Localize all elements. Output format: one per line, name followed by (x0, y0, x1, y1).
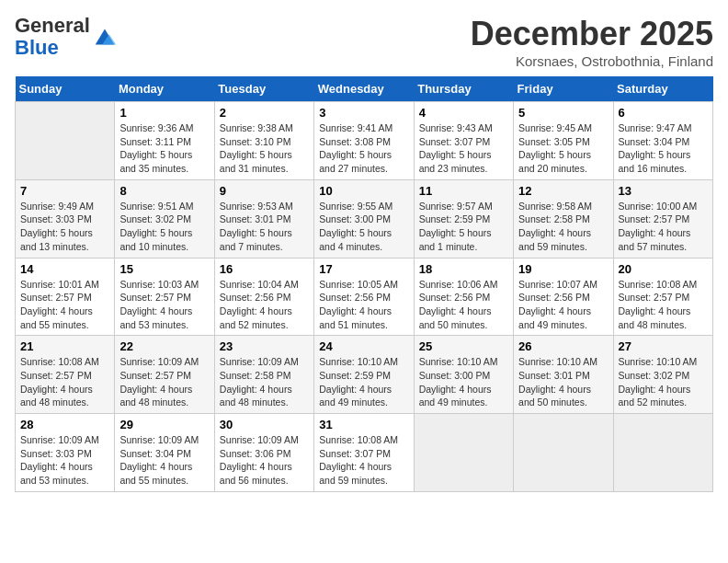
calendar-cell: 13Sunrise: 10:00 AM Sunset: 2:57 PM Dayl… (613, 179, 712, 258)
day-info: Sunrise: 10:08 AM Sunset: 3:07 PM Daylig… (319, 433, 408, 488)
day-number: 5 (518, 106, 608, 120)
day-number: 24 (319, 339, 408, 353)
logo-icon (92, 24, 118, 50)
day-number: 28 (20, 418, 109, 431)
weekday-header-saturday: Saturday (613, 76, 712, 102)
day-number: 11 (419, 184, 508, 198)
day-info: Sunrise: 9:38 AM Sunset: 3:10 PM Dayligh… (220, 121, 309, 176)
day-number: 17 (319, 262, 408, 276)
calendar-cell: 25Sunrise: 10:10 AM Sunset: 3:00 PM Dayl… (414, 336, 513, 414)
title-block: December 2025 Korsnaes, Ostrobothnia, Fi… (471, 15, 713, 69)
calendar-cell: 30Sunrise: 10:09 AM Sunset: 3:06 PM Dayl… (214, 414, 313, 492)
month-title: December 2025 (471, 15, 713, 53)
calendar-cell: 4Sunrise: 9:43 AM Sunset: 3:07 PM Daylig… (414, 102, 513, 180)
day-info: Sunrise: 10:07 AM Sunset: 2:56 PM Daylig… (518, 278, 608, 332)
day-info: Sunrise: 10:05 AM Sunset: 2:56 PM Daylig… (319, 278, 408, 332)
calendar-cell: 11Sunrise: 9:57 AM Sunset: 2:59 PM Dayli… (414, 179, 513, 258)
calendar-cell: 22Sunrise: 10:09 AM Sunset: 2:57 PM Dayl… (115, 336, 214, 414)
day-number: 7 (20, 184, 109, 198)
day-number: 10 (319, 184, 408, 198)
day-number: 15 (119, 262, 209, 276)
day-number: 9 (220, 184, 309, 198)
weekday-header-thursday: Thursday (414, 76, 513, 102)
location: Korsnaes, Ostrobothnia, Finland (471, 53, 713, 69)
day-info: Sunrise: 10:03 AM Sunset: 2:57 PM Daylig… (119, 278, 209, 332)
calendar-cell: 7Sunrise: 9:49 AM Sunset: 3:03 PM Daylig… (16, 179, 115, 258)
day-number: 22 (119, 339, 209, 353)
day-info: Sunrise: 10:10 AM Sunset: 3:00 PM Daylig… (419, 355, 508, 409)
calendar-week-4: 21Sunrise: 10:08 AM Sunset: 2:57 PM Dayl… (16, 336, 713, 414)
calendar-cell: 18Sunrise: 10:06 AM Sunset: 2:56 PM Dayl… (414, 258, 513, 336)
day-info: Sunrise: 10:10 AM Sunset: 3:01 PM Daylig… (518, 355, 608, 409)
logo: General Blue (15, 15, 118, 59)
day-number: 25 (419, 339, 508, 353)
day-number: 8 (119, 184, 209, 198)
day-number: 1 (119, 106, 209, 120)
calendar-cell: 5Sunrise: 9:45 AM Sunset: 3:05 PM Daylig… (514, 102, 613, 180)
calendar-table: SundayMondayTuesdayWednesdayThursdayFrid… (15, 76, 713, 492)
day-info: Sunrise: 10:10 AM Sunset: 3:02 PM Daylig… (619, 355, 708, 409)
day-info: Sunrise: 10:08 AM Sunset: 2:57 PM Daylig… (619, 278, 708, 332)
calendar-cell: 16Sunrise: 10:04 AM Sunset: 2:56 PM Dayl… (214, 258, 313, 336)
calendar-cell: 12Sunrise: 9:58 AM Sunset: 2:58 PM Dayli… (514, 179, 613, 258)
calendar-cell: 10Sunrise: 9:55 AM Sunset: 3:00 PM Dayli… (314, 179, 414, 258)
calendar-cell: 6Sunrise: 9:47 AM Sunset: 3:04 PM Daylig… (613, 102, 712, 180)
day-info: Sunrise: 9:36 AM Sunset: 3:11 PM Dayligh… (119, 121, 209, 176)
logo-text: General Blue (15, 15, 90, 59)
day-number: 23 (220, 339, 309, 353)
day-number: 6 (619, 106, 708, 120)
calendar-cell: 17Sunrise: 10:05 AM Sunset: 2:56 PM Dayl… (314, 258, 414, 336)
calendar-week-1: 1Sunrise: 9:36 AM Sunset: 3:11 PM Daylig… (16, 102, 713, 180)
day-info: Sunrise: 9:57 AM Sunset: 2:59 PM Dayligh… (419, 200, 508, 254)
day-number: 21 (20, 339, 109, 353)
day-info: Sunrise: 9:51 AM Sunset: 3:02 PM Dayligh… (119, 200, 209, 254)
day-number: 4 (419, 106, 508, 120)
day-info: Sunrise: 10:06 AM Sunset: 2:56 PM Daylig… (419, 278, 508, 332)
calendar-cell: 24Sunrise: 10:10 AM Sunset: 2:59 PM Dayl… (314, 336, 414, 414)
calendar-cell: 29Sunrise: 10:09 AM Sunset: 3:04 PM Dayl… (115, 414, 214, 492)
calendar-week-5: 28Sunrise: 10:09 AM Sunset: 3:03 PM Dayl… (16, 414, 713, 492)
calendar-cell: 1Sunrise: 9:36 AM Sunset: 3:11 PM Daylig… (115, 102, 214, 180)
day-info: Sunrise: 10:01 AM Sunset: 2:57 PM Daylig… (20, 278, 109, 332)
weekday-header-friday: Friday (514, 76, 613, 102)
day-info: Sunrise: 9:47 AM Sunset: 3:04 PM Dayligh… (619, 121, 708, 176)
calendar-cell: 9Sunrise: 9:53 AM Sunset: 3:01 PM Daylig… (214, 179, 313, 258)
day-number: 30 (220, 418, 309, 431)
day-info: Sunrise: 9:49 AM Sunset: 3:03 PM Dayligh… (20, 200, 109, 254)
day-info: Sunrise: 10:09 AM Sunset: 2:58 PM Daylig… (220, 355, 309, 409)
day-number: 13 (619, 184, 708, 198)
calendar-cell: 8Sunrise: 9:51 AM Sunset: 3:02 PM Daylig… (115, 179, 214, 258)
calendar-cell (514, 414, 613, 492)
weekday-header-wednesday: Wednesday (314, 76, 414, 102)
day-number: 26 (518, 339, 608, 353)
day-info: Sunrise: 9:55 AM Sunset: 3:00 PM Dayligh… (319, 200, 408, 254)
day-number: 29 (119, 418, 209, 431)
weekday-header-tuesday: Tuesday (214, 76, 313, 102)
day-number: 3 (319, 106, 408, 120)
day-info: Sunrise: 10:09 AM Sunset: 3:03 PM Daylig… (20, 433, 109, 488)
calendar-cell (414, 414, 513, 492)
calendar-cell: 31Sunrise: 10:08 AM Sunset: 3:07 PM Dayl… (314, 414, 414, 492)
calendar-cell (613, 414, 712, 492)
calendar-week-2: 7Sunrise: 9:49 AM Sunset: 3:03 PM Daylig… (16, 179, 713, 258)
calendar-cell: 15Sunrise: 10:03 AM Sunset: 2:57 PM Dayl… (115, 258, 214, 336)
calendar-cell: 3Sunrise: 9:41 AM Sunset: 3:08 PM Daylig… (314, 102, 414, 180)
day-number: 16 (220, 262, 309, 276)
day-number: 20 (619, 262, 708, 276)
day-number: 14 (20, 262, 109, 276)
day-info: Sunrise: 10:04 AM Sunset: 2:56 PM Daylig… (220, 278, 309, 332)
day-number: 27 (619, 339, 708, 353)
day-info: Sunrise: 10:09 AM Sunset: 3:04 PM Daylig… (119, 433, 209, 488)
calendar-cell: 27Sunrise: 10:10 AM Sunset: 3:02 PM Dayl… (613, 336, 712, 414)
day-info: Sunrise: 9:53 AM Sunset: 3:01 PM Dayligh… (220, 200, 309, 254)
weekday-header-monday: Monday (115, 76, 214, 102)
day-info: Sunrise: 10:10 AM Sunset: 2:59 PM Daylig… (319, 355, 408, 409)
day-info: Sunrise: 10:00 AM Sunset: 2:57 PM Daylig… (619, 200, 708, 254)
calendar-cell: 26Sunrise: 10:10 AM Sunset: 3:01 PM Dayl… (514, 336, 613, 414)
day-info: Sunrise: 10:09 AM Sunset: 3:06 PM Daylig… (220, 433, 309, 488)
day-info: Sunrise: 9:58 AM Sunset: 2:58 PM Dayligh… (518, 200, 608, 254)
day-number: 19 (518, 262, 608, 276)
calendar-week-3: 14Sunrise: 10:01 AM Sunset: 2:57 PM Dayl… (16, 258, 713, 336)
calendar-cell (16, 102, 115, 180)
day-info: Sunrise: 9:45 AM Sunset: 3:05 PM Dayligh… (518, 121, 608, 176)
